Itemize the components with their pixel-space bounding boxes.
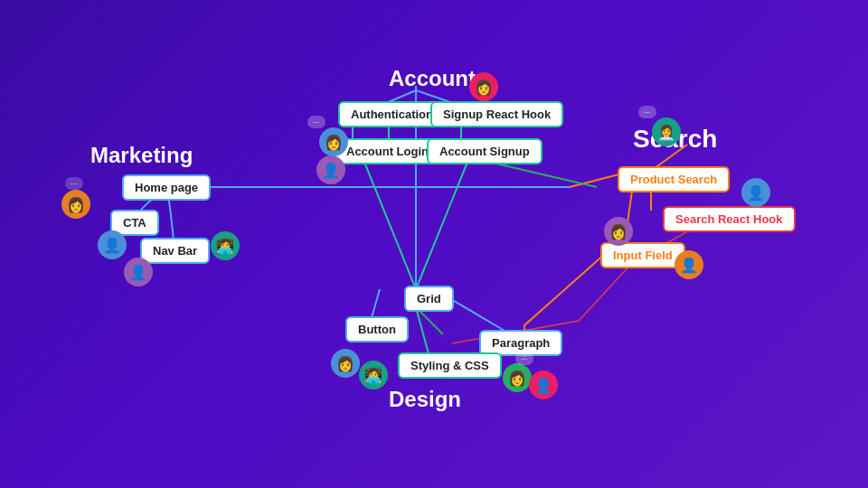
nav-bar-node[interactable]: Nav Bar — [140, 238, 210, 264]
account-title: Account — [389, 66, 476, 91]
avatar-4: 👤 — [124, 258, 153, 286]
marketing-title: Marketing — [90, 143, 193, 168]
input-field-node[interactable]: Input Field — [600, 242, 685, 268]
avatar-3: 👩‍💻 — [211, 231, 240, 260]
search-react-hook-node[interactable]: Search React Hook — [663, 206, 796, 232]
account-signup-node[interactable]: Account Signup — [427, 138, 542, 164]
avatar-2: 👤 — [98, 230, 127, 259]
avatar-6: 👤 — [316, 155, 345, 184]
bubble-14: ··· — [515, 352, 533, 365]
home-page-node[interactable]: Home page — [122, 174, 211, 201]
avatar-7: 👩 — [469, 72, 498, 101]
button-node[interactable]: Button — [345, 316, 409, 343]
bubble-1: ··· — [65, 177, 83, 190]
product-search-node[interactable]: Product Search — [618, 166, 730, 192]
avatar-5: 👩 — [319, 127, 348, 156]
avatar-9: 👤 — [741, 178, 770, 207]
avatar-8: 👩‍💼 — [652, 117, 681, 146]
styling-css-node[interactable]: Styling & CSS — [398, 352, 502, 379]
avatar-15: 👤 — [529, 371, 558, 399]
avatar-14: 👩 — [503, 363, 532, 392]
avatar-12: 👩 — [331, 349, 360, 378]
avatar-11: 👤 — [675, 250, 703, 279]
avatar-13: 👩‍💻 — [359, 361, 388, 389]
grid-node[interactable]: Grid — [404, 286, 454, 312]
avatar-10: 👩 — [604, 217, 633, 246]
account-login-node[interactable]: Account Login — [334, 138, 441, 164]
avatar-1: 👩 — [61, 190, 90, 219]
signup-react-hook-node[interactable]: Signup React Hook — [430, 101, 563, 127]
design-title: Design — [389, 387, 461, 412]
bubble-5: ··· — [307, 116, 326, 128]
bubble-8: ··· — [638, 106, 656, 118]
